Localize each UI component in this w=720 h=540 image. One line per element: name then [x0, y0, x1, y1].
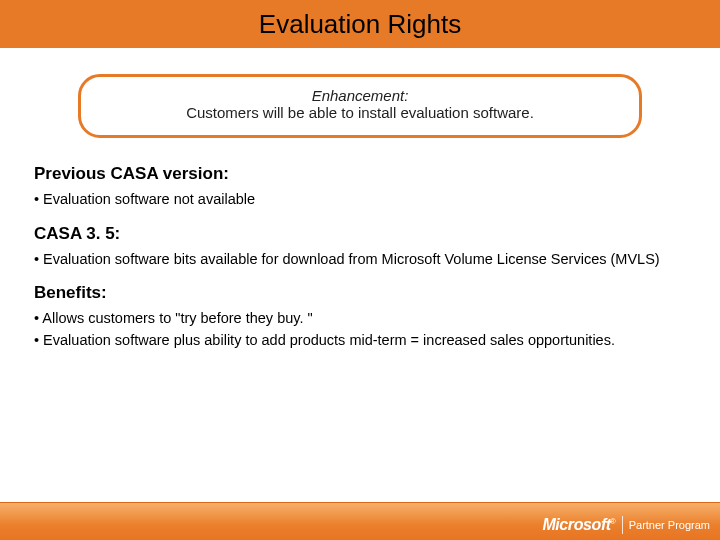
microsoft-wordmark: Microsoft®	[542, 516, 615, 534]
list-item: • Evaluation software not available	[34, 190, 686, 210]
section-heading: Benefits:	[34, 283, 686, 303]
bullet-text: Evaluation software not available	[43, 191, 255, 207]
page-title: Evaluation Rights	[259, 9, 461, 40]
callout-text: Customers will be able to install evalua…	[95, 104, 625, 121]
callout-wrap: Enhancement: Customers will be able to i…	[0, 48, 720, 138]
list-item: • Allows customers to "try before they b…	[34, 309, 686, 329]
section-heading: Previous CASA version:	[34, 164, 686, 184]
bullet-text: Evaluation software plus ability to add …	[43, 332, 615, 348]
slide: Evaluation Rights Enhancement: Customers…	[0, 0, 720, 540]
bullet-text: Evaluation software bits available for d…	[43, 251, 660, 267]
body-content: Previous CASA version: • Evaluation soft…	[0, 138, 720, 350]
registered-mark: ®	[610, 517, 616, 526]
brand-text: Microsoft	[542, 516, 610, 533]
section-bullets: • Allows customers to "try before they b…	[34, 309, 686, 350]
list-item: • Evaluation software plus ability to ad…	[34, 331, 686, 351]
logo-divider	[622, 516, 623, 534]
footer-bar: Microsoft® Partner Program	[0, 502, 720, 540]
section-bullets: • Evaluation software not available	[34, 190, 686, 210]
program-text: Partner Program	[629, 520, 710, 531]
callout-label: Enhancement:	[95, 87, 625, 104]
enhancement-callout: Enhancement: Customers will be able to i…	[78, 74, 642, 138]
section-bullets: • Evaluation software bits available for…	[34, 250, 686, 270]
list-item: • Evaluation software bits available for…	[34, 250, 686, 270]
bullet-text: Allows customers to "try before they buy…	[42, 310, 312, 326]
title-bar: Evaluation Rights	[0, 0, 720, 48]
partner-program-text: Partner Program	[629, 520, 710, 531]
footer-logo: Microsoft® Partner Program	[542, 516, 710, 534]
section-heading: CASA 3. 5:	[34, 224, 686, 244]
